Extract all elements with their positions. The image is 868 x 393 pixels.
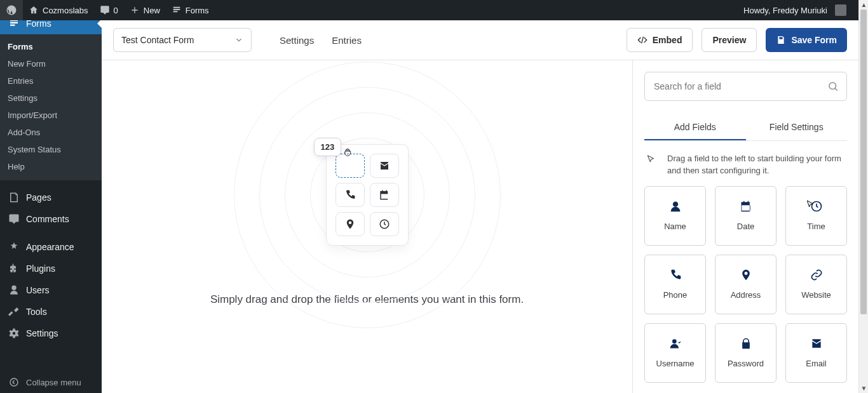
chevron-down-icon [234, 36, 243, 44]
tab-field-settings[interactable]: Field Settings [746, 115, 848, 140]
menu-item-appearance[interactable]: Appearance [0, 236, 102, 258]
forms-link[interactable]: Forms [166, 0, 215, 20]
collapse-label: Collapse menu [26, 378, 81, 387]
field-time[interactable]: Time [785, 186, 847, 246]
comment-icon [100, 5, 110, 15]
preview-button[interactable]: Preview [702, 28, 757, 52]
svg-point-2 [829, 83, 836, 90]
scroll-down-button[interactable]: ▼ [859, 383, 868, 393]
field-label: Username [656, 359, 695, 368]
sub-help[interactable]: Help [0, 158, 102, 175]
site-name: Cozmoslabs [43, 6, 88, 15]
sub-entries[interactable]: Entries [0, 72, 102, 90]
menu-item-users[interactable]: Users [0, 279, 102, 301]
svg-point-0 [10, 378, 18, 386]
menu-item-forms[interactable]: Forms [0, 20, 102, 34]
field-password[interactable]: Password [715, 323, 776, 383]
field-name[interactable]: Name [644, 186, 706, 246]
avatar [835, 4, 846, 16]
embed-button[interactable]: Embed [627, 28, 693, 52]
demo-chip: 123 [314, 138, 342, 156]
field-website[interactable]: Website [785, 255, 847, 314]
field-label: Date [737, 222, 754, 231]
tab-settings[interactable]: Settings [280, 35, 314, 46]
user-check-icon [669, 337, 682, 350]
tab-entries[interactable]: Entries [332, 35, 362, 46]
scroll-thumb[interactable] [860, 10, 867, 314]
site-link[interactable]: Cozmoslabs [23, 0, 94, 20]
menu-label: Comments [26, 214, 69, 224]
pointer-icon [646, 154, 657, 177]
menu-item-settings[interactable]: Settings [0, 323, 102, 344]
panel-tabs: Add Fields Field Settings [644, 115, 847, 141]
demo-slot-email [370, 154, 399, 178]
field-label: Phone [663, 290, 688, 300]
svg-point-3 [672, 202, 677, 207]
menu-item-comments[interactable]: Comments [0, 208, 102, 230]
forms-menu-icon [8, 20, 20, 30]
search-icon [827, 81, 839, 92]
scroll-track[interactable] [859, 10, 868, 383]
account-menu[interactable]: Howdy, Freddy Muriuki [738, 0, 852, 20]
pages-icon [8, 191, 20, 204]
field-phone[interactable]: Phone [644, 255, 706, 314]
form-name: Test Contact Form [121, 35, 194, 45]
tools-icon [8, 305, 20, 318]
empty-state-text: Simply drag and drop the fields or eleme… [210, 293, 524, 306]
person-icon [669, 200, 682, 213]
form-canvas[interactable]: 123 Simply drag and drop the fields or e… [102, 60, 632, 393]
editor-topbar: Test Contact Form Settings Entries Embed… [102, 20, 858, 60]
menu-item-pages[interactable]: Pages [0, 187, 102, 208]
home-icon [29, 5, 39, 15]
field-search[interactable] [644, 72, 847, 101]
scroll-up-button[interactable]: ▲ [859, 0, 868, 10]
pin-icon [740, 269, 752, 281]
menu-item-tools[interactable]: Tools [0, 301, 102, 323]
plugins-icon [8, 262, 20, 275]
search-input[interactable] [653, 81, 827, 92]
sub-forms[interactable]: Forms [0, 38, 102, 55]
sub-addons[interactable]: Add-Ons [0, 124, 102, 141]
forms-icon [172, 5, 182, 15]
hint-text: Drag a field to the left to start buildi… [667, 152, 846, 177]
collapse-menu[interactable]: Collapse menu [0, 371, 102, 393]
link-icon [810, 269, 823, 281]
demo-slot-pin [336, 212, 365, 236]
field-date[interactable]: Date [715, 186, 776, 246]
sub-import-export[interactable]: Import/Export [0, 107, 102, 124]
admin-sidebar: Media Forms Forms New Form Entries Setti… [0, 20, 102, 393]
sub-new-form[interactable]: New Form [0, 55, 102, 72]
field-label: Time [807, 222, 825, 231]
forms-label: Forms [186, 6, 209, 15]
menu-item-plugins[interactable]: Plugins [0, 258, 102, 279]
comments-link[interactable]: 0 [94, 0, 124, 20]
window-scrollbar[interactable]: ▲ ▼ [858, 0, 868, 393]
form-selector[interactable]: Test Contact Form [113, 28, 252, 52]
field-address[interactable]: Address [715, 255, 776, 314]
plus-icon [130, 5, 140, 15]
fields-panel: Add Fields Field Settings Drag a field t… [632, 60, 858, 393]
empty-state-illustration: 123 [291, 135, 444, 255]
tab-add-fields[interactable]: Add Fields [644, 115, 746, 140]
sub-system-status[interactable]: System Status [0, 141, 102, 158]
new-link[interactable]: New [124, 0, 166, 20]
clock-icon [810, 200, 823, 213]
menu-label: Plugins [26, 263, 55, 274]
demo-slot-phone [336, 183, 365, 207]
menu-label: Tools [26, 307, 47, 317]
wordpress-logo-menu[interactable] [0, 0, 23, 20]
mail-icon [810, 337, 823, 350]
menu-label: Forms [26, 20, 51, 29]
save-label: Save Form [791, 35, 837, 45]
field-label: Name [664, 222, 686, 231]
field-label: Website [801, 290, 831, 300]
main-area: Test Contact Form Settings Entries Embed… [102, 20, 858, 393]
field-username[interactable]: Username [644, 323, 706, 383]
save-button[interactable]: Save Form [766, 28, 847, 52]
sub-settings[interactable]: Settings [0, 90, 102, 107]
field-email[interactable]: Email [785, 323, 847, 383]
appearance-icon [8, 241, 20, 253]
lock-icon [740, 337, 752, 350]
code-icon [637, 35, 648, 45]
demo-slot-date [370, 183, 399, 207]
